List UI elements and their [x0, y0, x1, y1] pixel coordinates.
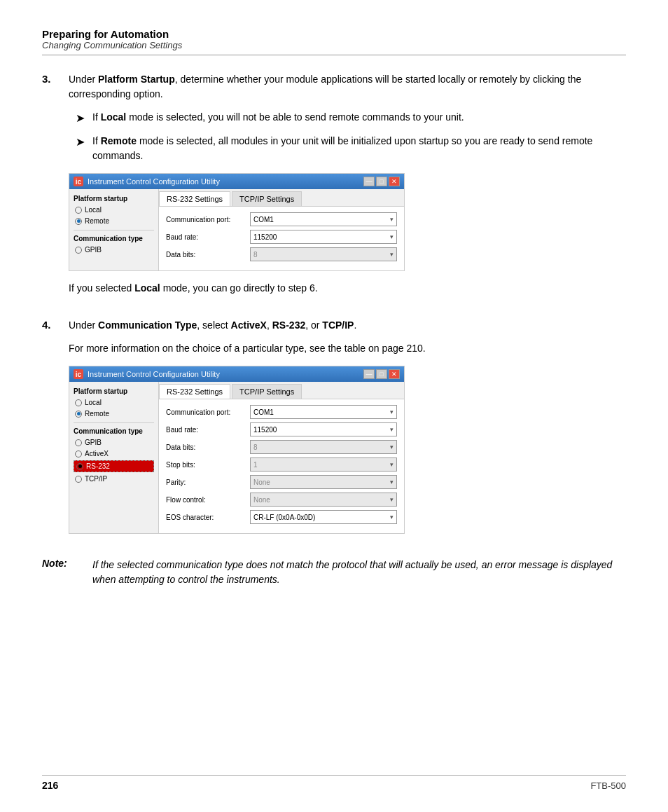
- dialog-2-form: Communication port: COM1 ▾ Baud rate: 11…: [159, 399, 404, 533]
- comm-rs232-option[interactable]: RS-232: [74, 460, 154, 472]
- parity-control: None ▾: [250, 475, 397, 489]
- comm-port-label-2: Communication port:: [166, 408, 250, 416]
- header-divider: [42, 55, 626, 55]
- eos-control[interactable]: CR-LF (0x0A-0x0D) ▾: [250, 510, 397, 524]
- parity-label: Parity:: [166, 479, 250, 486]
- minimize-button-2[interactable]: —: [363, 369, 375, 379]
- flowcontrol-value: None: [253, 496, 390, 504]
- platform-local-radio[interactable]: [75, 207, 82, 214]
- comm-gpib-option-2[interactable]: GPIB: [74, 438, 154, 447]
- tab-rs232-1[interactable]: RS-232 Settings: [159, 191, 230, 206]
- baud-control-2[interactable]: 115200 ▾: [250, 422, 397, 436]
- comm-section-title-2: Communication type: [74, 427, 154, 435]
- baud-control-1[interactable]: 115200 ▾: [250, 230, 397, 244]
- platform-local-option-2[interactable]: Local: [74, 398, 154, 407]
- form-row-comm-port-2: Communication port: COM1 ▾: [166, 405, 397, 419]
- platform-remote-radio-2[interactable]: [75, 411, 82, 418]
- comm-activex-option[interactable]: ActiveX: [74, 449, 154, 458]
- maximize-button-2[interactable]: □: [376, 369, 387, 379]
- platform-section-title: Platform startup: [74, 195, 154, 202]
- stopbits-control: 1 ▾: [250, 457, 397, 472]
- databits-label-1: Data bits:: [166, 251, 250, 259]
- comm-tcpip-radio[interactable]: [75, 476, 82, 483]
- platform-remote-label-2: Remote: [85, 410, 109, 418]
- comm-port-arrow-1: ▾: [390, 216, 394, 223]
- comm-port-arrow-2: ▾: [390, 408, 394, 415]
- comm-port-value-2: COM1: [253, 408, 390, 416]
- baud-arrow-2: ▾: [390, 426, 394, 433]
- dialog-1-body: Platform startup Local Remote Communicat…: [69, 189, 404, 270]
- header: Preparing for Automation Changing Commun…: [42, 28, 626, 55]
- product-name: FTB-500: [590, 780, 626, 791]
- dialog-1-titlebar: ic Instrument Control Configuration Util…: [69, 174, 404, 189]
- bullet-arrow-2: ➤: [76, 134, 92, 151]
- form-row-eos: EOS character: CR-LF (0x0A-0x0D) ▾: [166, 510, 397, 524]
- form-row-databits-2: Data bits: 8 ▾: [166, 440, 397, 454]
- comm-tcpip-option[interactable]: TCP/IP: [74, 474, 154, 483]
- platform-remote-option-2[interactable]: Remote: [74, 409, 154, 418]
- form-row-baud-1: Baud rate: 115200 ▾: [166, 230, 397, 244]
- platform-remote-option[interactable]: Remote: [74, 216, 154, 226]
- dialog-2-title: Instrument Control Configuration Utility: [88, 370, 363, 378]
- comm-activex-radio[interactable]: [75, 450, 82, 457]
- page-number: 216: [42, 780, 58, 791]
- baud-arrow-1: ▾: [390, 233, 394, 240]
- dialog-1-main: RS-232 Settings TCP/IP Settings Communic…: [159, 189, 404, 270]
- comm-port-label-1: Communication port:: [166, 216, 250, 223]
- step-4-content: Under Communication Type, select ActiveX…: [69, 318, 626, 544]
- comm-tcpip-label: TCP/IP: [85, 475, 107, 483]
- step-4-subtext: For more information on the choice of a …: [69, 341, 626, 356]
- baud-value-2: 115200: [253, 426, 390, 434]
- minimize-button[interactable]: —: [363, 177, 375, 186]
- step-3: 3. Under Platform Startup, determine whe…: [42, 72, 626, 305]
- step-3-text: Under Platform Startup, determine whethe…: [69, 72, 626, 102]
- databits-control-2: 8 ▾: [250, 440, 397, 454]
- comm-gpib-option[interactable]: GPIB: [74, 245, 154, 254]
- form-row-parity: Parity: None ▾: [166, 475, 397, 489]
- dialog-2-controls: — □ ✕: [363, 369, 400, 379]
- baud-value-1: 115200: [253, 233, 390, 241]
- platform-remote-label: Remote: [85, 217, 109, 225]
- eos-value: CR-LF (0x0A-0x0D): [253, 514, 390, 521]
- page: Preparing for Automation Changing Commun…: [0, 0, 668, 812]
- note-text: If the selected communication type does …: [92, 558, 626, 587]
- dialog-2-sidebar: Platform startup Local Remote Communicat…: [69, 382, 159, 533]
- inline-note-step3: If you selected Local mode, you can go d…: [69, 281, 626, 296]
- dialog-2-main: RS-232 Settings TCP/IP Settings Communic…: [159, 382, 404, 533]
- form-row-databits-1: Data bits: 8 ▾: [166, 247, 397, 261]
- platform-local-radio-2[interactable]: [75, 399, 82, 406]
- comm-gpib-radio-2[interactable]: [75, 439, 82, 446]
- comm-port-value-1: COM1: [253, 216, 390, 223]
- databits-label-2: Data bits:: [166, 443, 250, 451]
- eos-label: EOS character:: [166, 514, 250, 521]
- stopbits-label: Stop bits:: [166, 461, 250, 469]
- tab-tcpip-2[interactable]: TCP/IP Settings: [232, 384, 302, 399]
- stopbits-arrow: ▾: [390, 461, 394, 468]
- bullet-local-text: If Local mode is selected, you will not …: [92, 110, 464, 125]
- form-row-stopbits: Stop bits: 1 ▾: [166, 457, 397, 472]
- tab-rs232-2[interactable]: RS-232 Settings: [159, 384, 230, 399]
- note-section: Note: If the selected communication type…: [42, 558, 626, 587]
- comm-port-control-1[interactable]: COM1 ▾: [250, 212, 397, 226]
- platform-local-label: Local: [85, 206, 102, 214]
- dialog-1-icon: ic: [74, 177, 83, 186]
- stopbits-value: 1: [253, 461, 390, 469]
- bullet-arrow-1: ➤: [76, 110, 92, 127]
- comm-gpib-radio[interactable]: [75, 247, 82, 254]
- header-title: Preparing for Automation: [42, 28, 626, 40]
- databits-value-1: 8: [253, 251, 390, 259]
- dialog-2-body: Platform startup Local Remote Communicat…: [69, 382, 404, 533]
- comm-port-control-2[interactable]: COM1 ▾: [250, 405, 397, 419]
- close-button-2[interactable]: ✕: [389, 369, 400, 379]
- maximize-button[interactable]: □: [376, 177, 387, 186]
- close-button[interactable]: ✕: [389, 177, 400, 186]
- step-3-number: 3.: [42, 72, 69, 85]
- platform-local-option[interactable]: Local: [74, 205, 154, 214]
- step-3-content: Under Platform Startup, determine whethe…: [69, 72, 626, 305]
- tab-tcpip-1[interactable]: TCP/IP Settings: [232, 191, 302, 206]
- form-row-comm-port-1: Communication port: COM1 ▾: [166, 212, 397, 226]
- comm-gpib-label: GPIB: [85, 246, 102, 254]
- comm-rs232-radio[interactable]: [76, 463, 83, 470]
- platform-remote-radio[interactable]: [75, 218, 82, 225]
- form-row-flowcontrol: Flow control: None ▾: [166, 493, 397, 507]
